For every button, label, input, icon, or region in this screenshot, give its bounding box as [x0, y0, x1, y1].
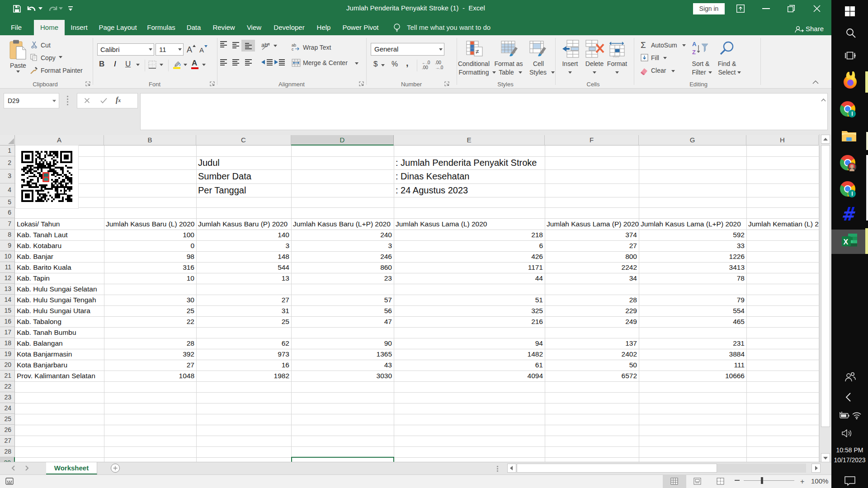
- svg-text:≠: ≠: [476, 48, 479, 55]
- svg-text:A: A: [692, 41, 697, 47]
- svg-text:X: X: [843, 238, 848, 246]
- svg-text:c: c: [292, 47, 294, 51]
- svg-text:Z: Z: [692, 49, 696, 56]
